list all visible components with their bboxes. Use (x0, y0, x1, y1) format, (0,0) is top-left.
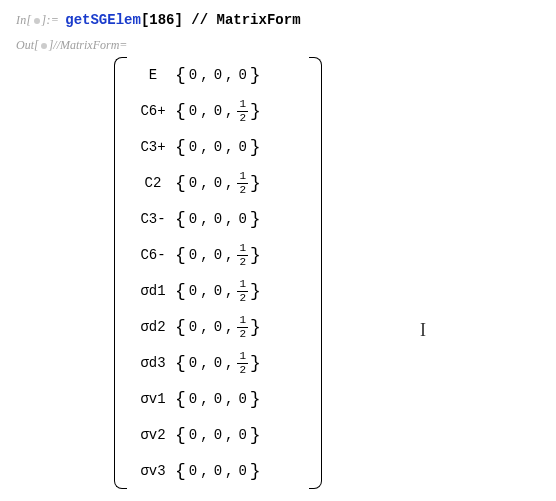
vector-element: 0 (186, 392, 200, 406)
matrix-row: E{0,0,0} (131, 57, 305, 93)
row-label: σv1 (131, 392, 175, 406)
vector-element: 0 (211, 464, 225, 478)
left-brace-icon: { (175, 174, 186, 192)
left-brace-icon: { (175, 282, 186, 300)
vector-element: 0 (211, 248, 225, 262)
right-brace-icon: } (250, 246, 261, 264)
comma: , (225, 212, 235, 226)
left-brace-icon: { (175, 462, 186, 480)
left-paren-icon (114, 57, 127, 489)
row-vector: {0,0,12} (175, 351, 305, 376)
comma: , (225, 392, 235, 406)
row-vector: {0,0,0} (175, 390, 305, 408)
vector-element: 0 (186, 356, 200, 370)
right-brace-icon: } (250, 210, 261, 228)
left-brace-icon: { (175, 138, 186, 156)
comma: , (225, 104, 235, 118)
in-suffix: ]:= (42, 13, 60, 27)
matrix-row: C2{0,0,12} (131, 165, 305, 201)
argument: 186 (149, 12, 174, 28)
vector-element: 0 (186, 320, 200, 334)
in-bullet-icon (34, 18, 40, 24)
row-vector: {0,0,0} (175, 66, 305, 84)
vector-element: 0 (211, 428, 225, 442)
left-brace-icon: { (175, 246, 186, 264)
comma: , (200, 68, 210, 82)
row-label: σv2 (131, 428, 175, 442)
comma: , (200, 356, 210, 370)
right-brace-icon: } (250, 426, 261, 444)
vector-element: 0 (211, 284, 225, 298)
input-code[interactable]: getSGElem[186] // MatrixForm (65, 12, 300, 28)
out-prefix: Out[ (16, 38, 39, 52)
in-label: In[]:= (16, 13, 59, 28)
comma: , (200, 284, 210, 298)
left-brace-icon: { (175, 66, 186, 84)
right-brace-icon: } (250, 390, 261, 408)
row-vector: {0,0,12} (175, 99, 305, 124)
in-prefix: In[ (16, 13, 32, 27)
matrix-row: C6+{0,0,12} (131, 93, 305, 129)
input-cell[interactable]: In[]:= getSGElem[186] // MatrixForm (16, 12, 540, 28)
comma: , (200, 428, 210, 442)
comma: , (225, 428, 235, 442)
row-vector: {0,0,0} (175, 138, 305, 156)
row-label: C2 (131, 176, 175, 190)
row-vector: {0,0,0} (175, 426, 305, 444)
vector-element: 0 (186, 248, 200, 262)
comma: , (200, 320, 210, 334)
comma: , (200, 248, 210, 262)
right-brace-icon: } (250, 102, 261, 120)
row-label: σd2 (131, 320, 175, 334)
comma: , (225, 356, 235, 370)
vector-element: 0 (235, 392, 249, 406)
right-paren-icon (309, 57, 322, 489)
comma: , (225, 248, 235, 262)
left-brace-icon: { (175, 102, 186, 120)
right-brace-icon: } (250, 354, 261, 372)
left-brace-icon: { (175, 318, 186, 336)
matrix-row: σv2{0,0,0} (131, 417, 305, 453)
vector-element: 0 (186, 140, 200, 154)
right-brace-icon: } (250, 282, 261, 300)
row-label: σd3 (131, 356, 175, 370)
row-vector: {0,0,0} (175, 210, 305, 228)
comma: , (225, 140, 235, 154)
vector-element: 0 (211, 140, 225, 154)
matrix-row: C3+{0,0,0} (131, 129, 305, 165)
right-brace-icon: } (250, 138, 261, 156)
vector-element: 0 (186, 104, 200, 118)
row-label: σv3 (131, 464, 175, 478)
fraction: 12 (237, 243, 248, 268)
fraction: 12 (237, 315, 248, 340)
row-vector: {0,0,12} (175, 171, 305, 196)
left-brace-icon: { (175, 426, 186, 444)
text-cursor-icon: I (420, 320, 426, 341)
vector-element: 0 (186, 176, 200, 190)
vector-element: 0 (211, 356, 225, 370)
out-bullet-icon (41, 43, 47, 49)
comma: , (225, 176, 235, 190)
close-bracket: ] (175, 12, 183, 28)
right-brace-icon: } (250, 318, 261, 336)
row-vector: {0,0,12} (175, 315, 305, 340)
row-label: C6+ (131, 104, 175, 118)
vector-element: 0 (235, 68, 249, 82)
vector-element: 0 (235, 428, 249, 442)
matrix-body: E{0,0,0}C6+{0,0,12}C3+{0,0,0}C2{0,0,12}C… (131, 57, 305, 489)
comma: , (200, 176, 210, 190)
postprocess: MatrixForm (217, 12, 301, 28)
vector-element: 0 (186, 68, 200, 82)
vector-element: 0 (186, 464, 200, 478)
vector-element: 0 (235, 140, 249, 154)
right-brace-icon: } (250, 462, 261, 480)
fraction: 12 (237, 99, 248, 124)
vector-element: 0 (186, 428, 200, 442)
matrix-output: E{0,0,0}C6+{0,0,12}C3+{0,0,0}C2{0,0,12}C… (114, 57, 540, 489)
matrix-row: σd1{0,0,12} (131, 273, 305, 309)
left-brace-icon: { (175, 210, 186, 228)
fraction: 12 (237, 171, 248, 196)
row-vector: {0,0,0} (175, 462, 305, 480)
row-label: E (131, 68, 175, 82)
matrix-row: σv1{0,0,0} (131, 381, 305, 417)
